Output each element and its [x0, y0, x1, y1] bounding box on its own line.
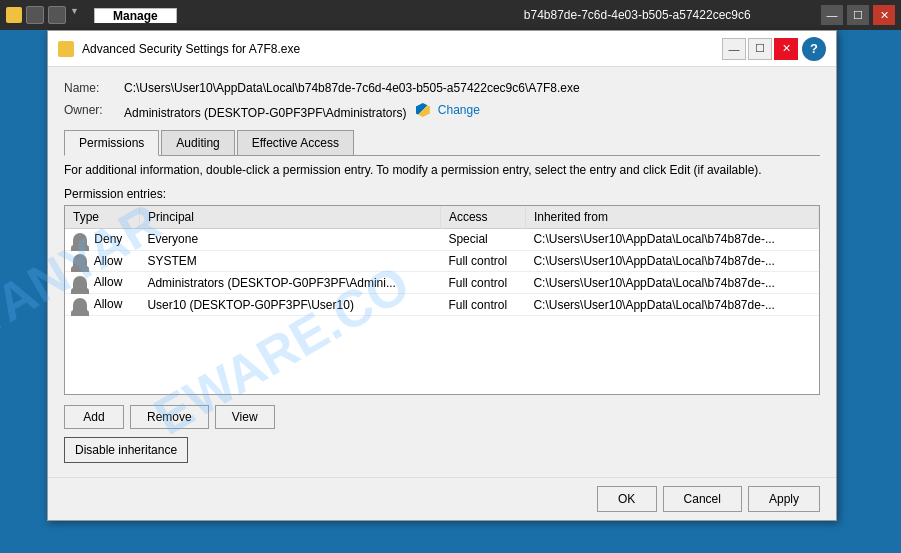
user-icon: [73, 298, 87, 312]
cell-access: Special: [440, 228, 525, 250]
table-row[interactable]: AllowSYSTEMFull controlC:\Users\User10\A…: [65, 250, 819, 272]
cell-type: Deny: [65, 228, 139, 250]
permissions-table-container: Type Principal Access Inherited from Den…: [64, 205, 820, 395]
disable-inheritance-button[interactable]: Disable inheritance: [64, 437, 188, 463]
cell-type: Allow: [65, 272, 139, 294]
table-header: Type Principal Access Inherited from: [65, 206, 819, 229]
remove-button[interactable]: Remove: [130, 405, 209, 429]
cell-inherited: C:\Users\User10\AppData\Local\b74b87de-.…: [525, 272, 818, 294]
tabs-bar: Permissions Auditing Effective Access: [64, 130, 820, 156]
change-owner-link[interactable]: Change: [438, 103, 480, 117]
owner-text: Administrators (DESKTOP-G0PF3PF\Administ…: [124, 106, 407, 120]
cell-inherited: C:\Users\User10\AppData\Local\b74b87de-.…: [525, 250, 818, 272]
cell-principal: SYSTEM: [139, 250, 440, 272]
taskbar-title: b74b87de-7c6d-4e03-b505-a57422cec9c6: [458, 8, 818, 22]
user-icon: [73, 254, 87, 268]
cell-access: Full control: [440, 250, 525, 272]
table-body: DenyEveryoneSpecialC:\Users\User10\AppDa…: [65, 228, 819, 315]
manage-tab[interactable]: Manage: [94, 8, 177, 23]
taskbar-controls: — ☐ ✕: [821, 5, 895, 25]
cell-access: Full control: [440, 294, 525, 316]
dialog-minimize-btn[interactable]: —: [722, 38, 746, 60]
view-button[interactable]: View: [215, 405, 275, 429]
permission-entries-label: Permission entries:: [64, 187, 820, 201]
dialog-close-btn[interactable]: ✕: [774, 38, 798, 60]
cell-inherited: C:\Users\User10\AppData\Local\b74b87de-.…: [525, 294, 818, 316]
dialog-title: Advanced Security Settings for A7F8.exe: [82, 42, 722, 56]
cancel-button[interactable]: Cancel: [663, 486, 742, 512]
name-row: Name: C:\Users\User10\AppData\Local\b74b…: [64, 81, 820, 95]
col-access: Access: [440, 206, 525, 229]
cell-principal: Everyone: [139, 228, 440, 250]
user-icon: [73, 233, 87, 247]
folder-icon: [6, 7, 22, 23]
cell-type: Allow: [65, 294, 139, 316]
table-row[interactable]: DenyEveryoneSpecialC:\Users\User10\AppDa…: [65, 228, 819, 250]
owner-value: Administrators (DESKTOP-G0PF3PF\Administ…: [124, 103, 820, 120]
dialog-icon: [58, 41, 74, 57]
name-value: C:\Users\User10\AppData\Local\b74b87de-7…: [124, 81, 820, 95]
tab-auditing[interactable]: Auditing: [161, 130, 234, 155]
col-inherited: Inherited from: [525, 206, 818, 229]
owner-row: Owner: Administrators (DESKTOP-G0PF3PF\A…: [64, 103, 820, 120]
shield-icon: [416, 103, 430, 117]
advanced-security-dialog: Advanced Security Settings for A7F8.exe …: [47, 30, 837, 521]
taskbar: ▼ Manage b74b87de-7c6d-4e03-b505-a57422c…: [0, 0, 901, 30]
dialog-footer: OK Cancel Apply: [48, 477, 836, 520]
dialog-content: Name: C:\Users\User10\AppData\Local\b74b…: [48, 67, 836, 477]
dialog-titlebar: Advanced Security Settings for A7F8.exe …: [48, 31, 836, 67]
toolbar-btn-1[interactable]: [26, 6, 44, 24]
tab-permissions[interactable]: Permissions: [64, 130, 159, 156]
user-icon: [73, 276, 87, 290]
table-row[interactable]: AllowUser10 (DESKTOP-G0PF3PF\User10)Full…: [65, 294, 819, 316]
taskbar-close-btn[interactable]: ✕: [873, 5, 895, 25]
dialog-maximize-btn[interactable]: ☐: [748, 38, 772, 60]
cell-principal: Administrators (DESKTOP-G0PF3PF\Admini..…: [139, 272, 440, 294]
action-buttons: Add Remove View: [64, 405, 820, 429]
cell-type: Allow: [65, 250, 139, 272]
name-label: Name:: [64, 81, 124, 95]
table-row[interactable]: AllowAdministrators (DESKTOP-G0PF3PF\Adm…: [65, 272, 819, 294]
cell-access: Full control: [440, 272, 525, 294]
info-text: For additional information, double-click…: [64, 162, 820, 179]
minimize-btn[interactable]: —: [821, 5, 843, 25]
window-controls: — ☐ ✕: [722, 38, 798, 60]
apply-button[interactable]: Apply: [748, 486, 820, 512]
cell-inherited: C:\Users\User10\AppData\Local\b74b87de-.…: [525, 228, 818, 250]
col-principal: Principal: [139, 206, 440, 229]
cell-principal: User10 (DESKTOP-G0PF3PF\User10): [139, 294, 440, 316]
owner-label: Owner:: [64, 103, 124, 117]
toolbar-dropdown[interactable]: ▼: [70, 6, 80, 24]
permissions-table: Type Principal Access Inherited from Den…: [65, 206, 819, 316]
ok-button[interactable]: OK: [597, 486, 657, 512]
maximize-btn[interactable]: ☐: [847, 5, 869, 25]
col-type: Type: [65, 206, 139, 229]
toolbar-btn-2[interactable]: [48, 6, 66, 24]
tab-effective-access[interactable]: Effective Access: [237, 130, 354, 155]
add-button[interactable]: Add: [64, 405, 124, 429]
help-button[interactable]: ?: [802, 37, 826, 61]
